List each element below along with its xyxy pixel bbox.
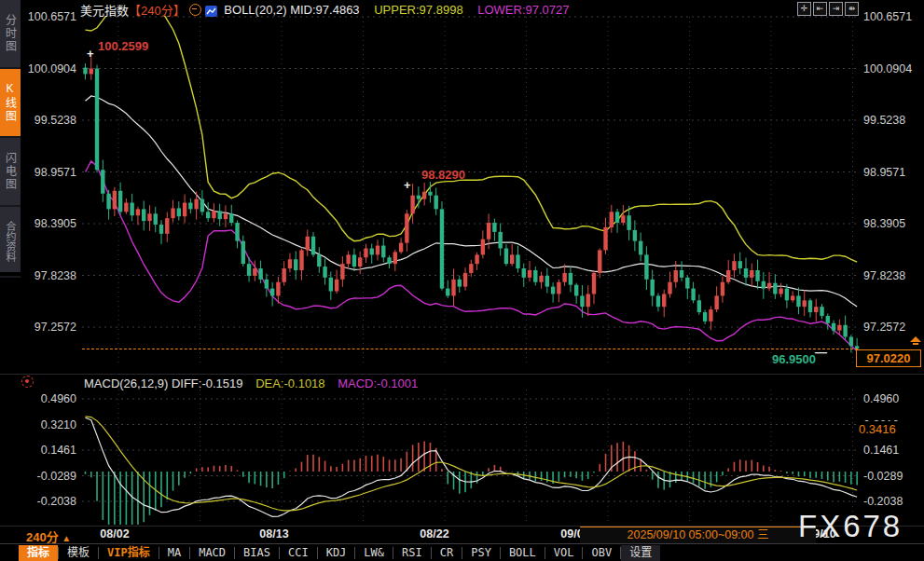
price-axis-label-right: 97.8238 <box>863 269 916 282</box>
macd-axis-label-right: 0.4960 <box>863 392 916 405</box>
toolbar-item-设置[interactable]: 设置 <box>621 545 660 561</box>
indicator-settings-icon[interactable] <box>21 376 34 388</box>
toolbar-item-VOL[interactable]: VOL <box>545 545 583 561</box>
price-axis-label-left: 97.8238 <box>24 269 76 282</box>
swing-high-marker: + <box>404 178 411 192</box>
macd-axis-label-left: 0.1461 <box>24 444 76 457</box>
toolbar-item-MA[interactable]: MA <box>159 545 189 561</box>
macd-dea-label: DEA:-0.1018 <box>255 376 324 390</box>
crosshair-date-tooltip: 2025/09/10 05:00~09:00 三 <box>580 527 816 543</box>
macd-diff-label: MACD(26,12,9) DIFF:-0.1519 <box>84 376 243 390</box>
trading-app-window: 分时图K线图闪电图合约资料 美元指数【240分】 BOLL(20,2) MID:… <box>0 0 924 561</box>
price-axis-label-right: 98.3905 <box>863 217 916 230</box>
price-alert-arrow-icon <box>908 335 923 349</box>
price-axis-label-left: 100.0904 <box>24 62 76 75</box>
last-price-line <box>82 349 858 349</box>
macd-macd-label: MACD:-0.1001 <box>338 376 418 390</box>
watermark: FX678 <box>798 509 903 544</box>
boll-mid-label: BOLL(20,2) MID:97.4863 <box>224 3 359 17</box>
price-axis-label-right: 97.2572 <box>863 321 916 334</box>
macd-axis-label-right: -0.0289 <box>863 470 916 483</box>
sidebar-tab-3[interactable]: 闪电图 <box>0 138 21 207</box>
price-axis-label-right: 99.5238 <box>863 114 916 127</box>
price-axis-label-left: 98.9571 <box>24 166 76 179</box>
final-low-annotation: 96.9500 <box>772 352 816 366</box>
macd-axis-label-right: -0.2038 <box>863 495 916 508</box>
indicator-toolbar: 指标模板VIP指标MAMACDBIASCCIKDJLW&RSICRPSYBOLL… <box>0 543 924 561</box>
toolbar-item-BOLL[interactable]: BOLL <box>501 545 545 561</box>
toolbar-item-CR[interactable]: CR <box>432 545 462 561</box>
toolbar-item-RSI[interactable]: RSI <box>393 545 431 561</box>
period-label: 240分 <box>26 530 59 544</box>
axis-zoom-right-icon[interactable]: ⇥ <box>829 2 843 16</box>
sidebar-tab-4[interactable]: 合约资料 <box>0 207 21 278</box>
price-macd-chart-canvas <box>0 0 924 561</box>
toolbar-item-CCI[interactable]: CCI <box>280 545 317 561</box>
sidebar-tab-2[interactable]: K线图 <box>0 69 21 138</box>
pan-right-icon[interactable]: ⇻ <box>845 2 859 16</box>
symbol-title: 美元指数 <box>80 4 129 18</box>
x-axis-label: 08/02 <box>100 527 129 540</box>
collapse-icon[interactable] <box>189 4 201 16</box>
x-axis-label: 08/13 <box>259 527 288 540</box>
macd-axis-label-left: 0.3210 <box>24 418 76 431</box>
toolbar-item-LW&[interactable]: LW& <box>355 545 393 561</box>
toolbar-item-指标[interactable]: 指标 <box>19 545 58 561</box>
spike-high-marker: + <box>87 47 94 61</box>
price-axis-label-right: 98.9571 <box>863 166 916 179</box>
macd-axis-label-left: -0.2038 <box>24 495 76 508</box>
macd-current-value-box: 0.3416 <box>856 421 924 437</box>
macd-header: MACD(26,12,9) DIFF:-0.1519 DEA:-0.1018 M… <box>84 376 418 390</box>
chart-type-icon[interactable] <box>205 6 217 17</box>
macd-axis-label-right: 0.1461 <box>863 444 916 457</box>
final-low-marker: — <box>815 345 827 359</box>
price-axis-label-left: 98.3905 <box>24 217 76 230</box>
swing-high-annotation: 98.8290 <box>421 168 465 182</box>
toolbar-item-模板[interactable]: 模板 <box>59 545 98 561</box>
price-axis-label-left: 100.6571 <box>24 10 76 23</box>
toolbar-item-PSY[interactable]: PSY <box>462 545 500 561</box>
chart-tool-buttons: ✛⇤⇥⇻ <box>797 2 859 16</box>
toolbar-item-MACD[interactable]: MACD <box>190 545 234 561</box>
toolbar-item-BIAS[interactable]: BIAS <box>235 545 279 561</box>
arrow-up-icon: ▲ <box>62 533 71 543</box>
boll-upper-label: UPPER:97.8998 <box>374 3 462 17</box>
price-axis-label-right: 100.6571 <box>863 10 916 23</box>
period-tag: 【240分】 <box>129 4 186 18</box>
spike-high-annotation: 100.2599 <box>98 39 148 53</box>
macd-axis-label-left: 0.4960 <box>24 392 76 405</box>
chart-header: 美元指数【240分】 BOLL(20,2) MID:97.4863 UPPER:… <box>80 1 570 16</box>
sidebar-tab-1[interactable]: 分时图 <box>0 0 21 69</box>
pan-move-icon[interactable]: ✛ <box>797 2 811 16</box>
toolbar-item-VIP指标[interactable]: VIP指标 <box>99 545 159 561</box>
last-price-box: 97.0220 <box>856 349 921 367</box>
x-axis-label: 08/22 <box>420 527 448 540</box>
chart-type-sidebar: 分时图K线图闪电图合约资料 <box>0 0 21 272</box>
axis-zoom-left-icon[interactable]: ⇤ <box>813 2 827 16</box>
toolbar-item-OBV[interactable]: OBV <box>583 545 620 561</box>
boll-lower-label: LOWER:97.0727 <box>477 3 569 17</box>
toolbar-item-KDJ[interactable]: KDJ <box>318 545 355 561</box>
price-axis-label-left: 97.2572 <box>24 321 76 334</box>
macd-axis-label-left: -0.0289 <box>24 470 76 483</box>
pane-divider <box>0 374 924 375</box>
price-axis-label-right: 100.0904 <box>863 62 916 75</box>
price-axis-label-left: 99.5238 <box>24 114 76 127</box>
